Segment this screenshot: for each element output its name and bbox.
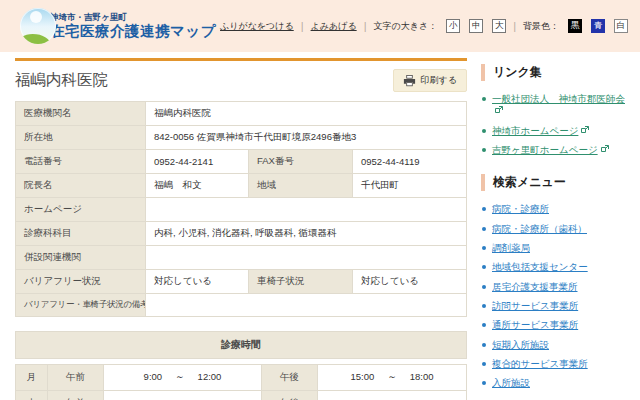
day-label: 火: [16, 391, 48, 400]
table-row: ホームページ: [16, 198, 467, 222]
external-link-icon: [581, 125, 589, 137]
sidebar-link-yoshinogari-town[interactable]: 吉野ヶ里町ホームページ: [492, 144, 598, 155]
search-link-multi-service[interactable]: 複合的サービス事業所: [492, 358, 588, 369]
search-link-community-support-center[interactable]: 地域包括支援センター: [492, 261, 588, 272]
bg-color-label: 背景色：: [523, 20, 559, 33]
furigana-link[interactable]: ふりがなをつける: [220, 20, 294, 33]
toolbar-divider: |: [513, 20, 516, 32]
toolbar-divider: |: [364, 20, 367, 32]
sidebar-link-medical-association[interactable]: 一般社団法人 神埼市郡医師会: [492, 93, 625, 104]
field-label: バリアフリー状況: [16, 270, 146, 294]
font-size-small-button[interactable]: 小: [446, 19, 460, 33]
search-link-home-care-support[interactable]: 居宅介護支援事業所: [492, 281, 578, 292]
bg-white-button[interactable]: 白: [614, 19, 628, 33]
field-label: 車椅子状況: [249, 270, 353, 294]
list-item: 居宅介護支援事業所: [481, 281, 632, 293]
field-value: 福嶋 和文: [146, 174, 249, 198]
field-label: バリアフリー・車椅子状況の備考: [16, 294, 146, 317]
day-label: 月: [16, 365, 48, 391]
page-title: 福嶋内科医院: [15, 70, 108, 91]
list-item: 一般社団法人 神埼市郡医師会: [481, 93, 632, 118]
table-row: 併設関連機関: [16, 246, 467, 270]
logo-sun-leaf-icon: [20, 8, 56, 44]
list-item: 短期入所施設: [481, 339, 632, 351]
pm-time: 15:00～18:00: [318, 391, 467, 400]
external-links-list: 一般社団法人 神埼市郡医師会 神埼市ホームページ 吉野ヶ里町ホームページ: [481, 93, 632, 156]
site-subtitle: 神埼市・吉野ヶ里町: [50, 13, 216, 23]
bg-blue-button[interactable]: 青: [591, 19, 605, 33]
field-value: 福嶋内科医院: [146, 102, 467, 126]
table-row: バリアフリー状況 対応している 車椅子状況 対応している: [16, 270, 467, 294]
field-label: 診療科科目: [16, 222, 146, 246]
field-value: 0952-44-2141: [146, 150, 249, 174]
field-label: 電話番号: [16, 150, 146, 174]
field-value: 対応している: [353, 270, 467, 294]
logo-sun-shape: [30, 11, 42, 23]
pm-label: 午後: [262, 365, 318, 391]
logo-leaf-shape: [20, 34, 51, 44]
list-item: 病院・診療所（歯科）: [481, 223, 632, 235]
font-size-large-button[interactable]: 大: [492, 19, 506, 33]
table-row: 電話番号 0952-44-2141 FAX番号 0952-44-4119: [16, 150, 467, 174]
am-label: 午前: [48, 391, 104, 400]
field-label: 所在地: [16, 126, 146, 150]
field-label: 併設関連機関: [16, 246, 146, 270]
toolbar-divider: |: [301, 20, 304, 32]
list-item: 通所サービス事業所: [481, 319, 632, 331]
am-time: 9:00～12:00: [104, 391, 262, 400]
sidebar-link-kanzaki-city[interactable]: 神埼市ホームページ: [492, 125, 578, 136]
font-size-medium-button[interactable]: 中: [469, 19, 483, 33]
search-link-visiting-service[interactable]: 訪問サービス事業所: [492, 300, 578, 311]
pm-time: 15:00～18:00: [318, 365, 467, 391]
list-item: 複合的サービス事業所: [481, 358, 632, 370]
field-value: 内科, 小児科, 消化器科, 呼吸器科, 循環器科: [146, 222, 467, 246]
search-link-residential-facility[interactable]: 入所施設: [492, 377, 530, 388]
facility-info-table: 医療機関名 福嶋内科医院 所在地 842-0056 佐賀県神埼市千代田町境原24…: [15, 101, 467, 317]
list-item: 地域包括支援センター: [481, 261, 632, 273]
field-label: ホームページ: [16, 198, 146, 222]
field-label: 院長名: [16, 174, 146, 198]
search-menu-heading: 検索メニュー: [481, 174, 632, 191]
site-title: 在宅医療介護連携マップ: [50, 23, 216, 40]
list-item: 病院・診療所: [481, 203, 632, 215]
hours-row: 月 午前 9:00～12:00 午後 15:00～18:00: [16, 365, 467, 391]
field-value: 対応している: [146, 270, 249, 294]
am-label: 午前: [48, 365, 104, 391]
list-item: 入所施設: [481, 377, 632, 389]
table-row: 医療機関名 福嶋内科医院: [16, 102, 467, 126]
search-link-hospitals[interactable]: 病院・診療所: [492, 203, 549, 214]
field-value: 千代田町: [353, 174, 467, 198]
list-item: 調剤薬局: [481, 242, 632, 254]
search-link-dental[interactable]: 病院・診療所（歯科）: [492, 223, 587, 234]
field-value: 0952-44-4119: [353, 150, 467, 174]
field-label: 地域: [249, 174, 353, 198]
printer-icon: [403, 75, 416, 87]
search-link-short-stay[interactable]: 短期入所施設: [492, 339, 549, 350]
site-logo[interactable]: 神埼市・吉野ヶ里町 在宅医療介護連携マップ: [20, 8, 216, 44]
table-row: 診療科科目 内科, 小児科, 消化器科, 呼吸器科, 循環器科: [16, 222, 467, 246]
field-value: [146, 246, 467, 270]
links-heading: リンク集: [481, 64, 632, 81]
site-header: 神埼市・吉野ヶ里町 在宅医療介護連携マップ ふりがなをつける | よみあげる |…: [0, 0, 640, 52]
list-item: 吉野ヶ里町ホームページ: [481, 144, 632, 156]
facility-detail-panel: 福嶋内科医院 印刷する 医療機関名 福嶋内科医院 所在地: [15, 58, 467, 400]
field-value: 842-0056 佐賀県神埼市千代田町境原2496番地3: [146, 126, 467, 150]
field-label: FAX番号: [249, 150, 353, 174]
search-link-pharmacy[interactable]: 調剤薬局: [492, 242, 530, 253]
read-aloud-link[interactable]: よみあげる: [311, 20, 357, 33]
accessibility-toolbar: ふりがなをつける | よみあげる | 文字の大きさ： 小 中 大 | 背景色： …: [220, 19, 628, 33]
consultation-hours-section: 診療時間 月 午前 9:00～12:00 午後 15:00～18:00: [15, 331, 467, 400]
hours-section-title: 診療時間: [15, 331, 467, 359]
am-time: 9:00～12:00: [104, 365, 262, 391]
search-link-day-service[interactable]: 通所サービス事業所: [492, 319, 578, 330]
search-menu-list: 病院・診療所 病院・診療所（歯科） 調剤薬局 地域包括支援センター 居宅介護支援…: [481, 203, 632, 389]
print-button[interactable]: 印刷する: [393, 69, 467, 92]
field-label: 医療機関名: [16, 102, 146, 126]
table-row: 院長名 福嶋 和文 地域 千代田町: [16, 174, 467, 198]
hours-table: 月 午前 9:00～12:00 午後 15:00～18:00: [15, 364, 467, 400]
external-link-icon: [495, 105, 503, 117]
list-item: 訪問サービス事業所: [481, 300, 632, 312]
list-item: 神埼市ホームページ: [481, 125, 632, 137]
field-value: [146, 294, 467, 317]
bg-black-button[interactable]: 黒: [568, 19, 582, 33]
